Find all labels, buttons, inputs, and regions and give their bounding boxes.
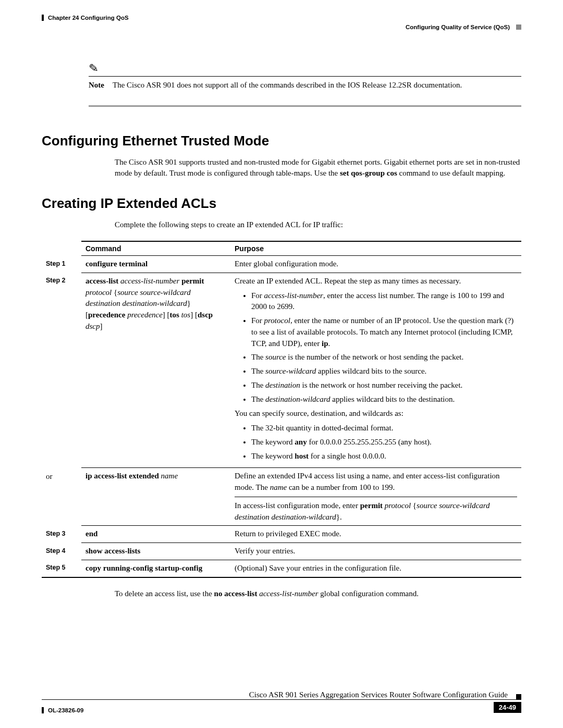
after-table-text: To delete an access list, use the no acc…	[115, 588, 521, 599]
pencil-icon: ✎	[88, 61, 99, 75]
th-purpose: Purpose	[230, 241, 521, 256]
table-row: Step 5 copy running-config startup-confi…	[42, 560, 521, 577]
table-row: Step 3 end Return to privileged EXEC mod…	[42, 526, 521, 543]
guide-title: Cisco ASR 901 Series Aggregation Service…	[42, 690, 508, 699]
trusted-mode-body: The Cisco ASR 901 supports trusted and n…	[115, 157, 521, 179]
header-marker	[42, 15, 44, 21]
acl-intro: Complete the following steps to create a…	[115, 219, 521, 230]
note-label: Note	[89, 80, 104, 91]
table-row: Step 1 configure terminal Enter global c…	[42, 256, 521, 273]
page-header: Chapter 24 Configuring QoS Configuring Q…	[42, 15, 521, 30]
table-row: or ip access-list extended name Define a…	[42, 468, 521, 526]
table-row: Step 2 access-list access-list-number pe…	[42, 273, 521, 468]
command-table: Command Purpose Step 1 configure termina…	[42, 241, 521, 578]
heading-extended-acls: Creating IP Extended ACLs	[42, 195, 521, 212]
heading-trusted-mode: Configuring Ethernet Trusted Mode	[42, 133, 521, 149]
section-label: Configuring Quality of Service (QoS)	[406, 24, 510, 30]
doc-number: OL-23826-09	[48, 707, 83, 713]
page-footer: Cisco ASR 901 Series Aggregation Service…	[42, 690, 521, 713]
header-square-icon	[516, 24, 521, 30]
page-number: 24-49	[494, 702, 521, 713]
note-block: ✎ Note The Cisco ASR 901 does not suppor…	[89, 61, 521, 107]
note-text: The Cisco ASR 901 does not support all o…	[113, 80, 462, 91]
footer-square-icon	[516, 694, 521, 699]
table-row: Step 4 show access-lists Verify your ent…	[42, 543, 521, 560]
th-command: Command	[81, 241, 230, 256]
chapter-label: Chapter 24 Configuring QoS	[48, 15, 129, 21]
